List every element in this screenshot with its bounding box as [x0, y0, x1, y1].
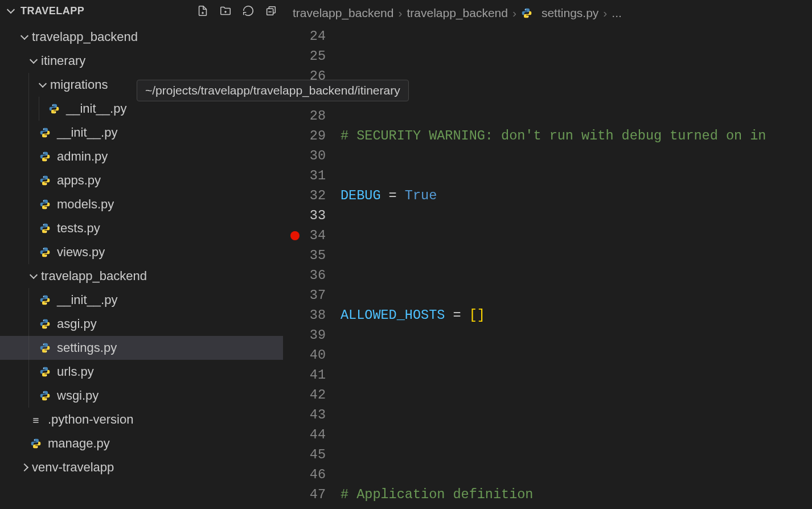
- folder-itinerary[interactable]: itinerary: [0, 49, 283, 73]
- python-file-icon: [521, 7, 532, 19]
- file-label: apps.py: [57, 173, 101, 188]
- svg-point-1: [52, 105, 54, 106]
- file-label: __init__.py: [57, 125, 117, 140]
- file-apps[interactable]: apps.py: [0, 169, 283, 192]
- file-admin[interactable]: admin.py: [0, 145, 283, 169]
- breadcrumb-seg[interactable]: settings.py: [521, 6, 598, 20]
- breadcrumb-seg[interactable]: travelapp_backend: [293, 6, 393, 20]
- chevron-right-icon: [20, 463, 28, 471]
- file-label: models.py: [57, 197, 114, 212]
- svg-point-12: [46, 232, 47, 233]
- python-file-icon: [39, 246, 51, 258]
- project-title: TRAVELAPP: [20, 5, 84, 17]
- text-file-icon: ≡: [30, 413, 42, 426]
- folder-travelapp-backend-root[interactable]: travelapp_backend: [0, 25, 283, 49]
- chevron-down-icon[interactable]: [7, 6, 15, 14]
- svg-point-20: [46, 351, 47, 352]
- svg-point-4: [46, 136, 47, 137]
- file-label: wsgi.py: [57, 388, 99, 403]
- chevron-down-icon: [20, 32, 28, 40]
- file-label: manage.py: [48, 436, 110, 451]
- python-file-icon: [39, 198, 51, 211]
- svg-point-10: [46, 208, 47, 209]
- explorer-header: TRAVELAPP: [0, 0, 283, 22]
- svg-point-24: [46, 399, 47, 400]
- chevron-down-icon: [30, 56, 38, 64]
- editor-pane: travelapp_backend › travelapp_backend › …: [284, 0, 812, 509]
- folder-label: migrations: [50, 77, 108, 92]
- path-tooltip: ~/projects/travelapp/travelapp_backend/i…: [137, 80, 283, 101]
- explorer-sidebar: TRAVELAPP travelapp_backend: [0, 0, 284, 509]
- file-tree: travelapp_backend itinerary ~/projects/t…: [0, 22, 283, 509]
- svg-point-26: [37, 447, 38, 448]
- python-file-icon: [39, 126, 51, 139]
- file-backend-init[interactable]: __init__.py: [0, 288, 283, 312]
- file-settings[interactable]: settings.py: [0, 336, 283, 360]
- python-file-icon: [30, 437, 42, 450]
- python-file-icon: [39, 294, 51, 306]
- file-label: .python-version: [48, 412, 133, 427]
- svg-point-3: [43, 129, 44, 130]
- breadcrumb-seg[interactable]: travelapp_backend: [407, 6, 507, 20]
- breakpoint-icon[interactable]: [290, 231, 300, 240]
- folder-venv[interactable]: venv-travelapp: [0, 455, 283, 479]
- svg-point-16: [46, 303, 47, 305]
- svg-point-22: [46, 375, 47, 376]
- svg-point-18: [46, 327, 47, 329]
- svg-point-6: [46, 160, 47, 161]
- file-models[interactable]: models.py: [0, 192, 283, 216]
- python-file-icon: [39, 150, 51, 163]
- python-file-icon: [39, 318, 51, 330]
- chevron-right-icon: ›: [398, 6, 402, 20]
- breadcrumbs[interactable]: travelapp_backend › travelapp_backend › …: [284, 0, 812, 26]
- file-manage[interactable]: manage.py: [0, 432, 283, 455]
- folder-label: travelapp_backend: [41, 269, 147, 284]
- code-content[interactable]: # SECURITY WARNING: don't run with debug…: [341, 26, 812, 509]
- svg-point-23: [43, 392, 44, 393]
- folder-travelapp-backend-inner[interactable]: travelapp_backend: [0, 264, 283, 288]
- python-file-icon: [39, 174, 51, 187]
- svg-point-28: [528, 17, 529, 18]
- file-label: settings.py: [57, 340, 117, 355]
- file-views[interactable]: views.py: [0, 240, 283, 264]
- new-folder-icon[interactable]: [219, 5, 232, 17]
- svg-point-15: [43, 296, 44, 297]
- chevron-right-icon: ›: [512, 6, 516, 20]
- python-file-icon: [39, 366, 51, 378]
- collapse-all-icon[interactable]: [265, 5, 277, 17]
- refresh-icon[interactable]: [242, 5, 255, 17]
- file-label: asgi.py: [57, 317, 97, 331]
- file-itinerary-init[interactable]: __init__.py: [0, 121, 283, 145]
- svg-point-27: [525, 9, 526, 10]
- file-python-version[interactable]: ≡ .python-version: [0, 408, 283, 432]
- file-label: tests.py: [57, 221, 100, 236]
- python-file-icon: [48, 102, 60, 115]
- chevron-down-icon: [30, 271, 38, 279]
- file-label: urls.py: [57, 364, 94, 379]
- new-file-icon[interactable]: [196, 5, 209, 17]
- svg-point-11: [43, 224, 44, 225]
- svg-point-8: [46, 184, 47, 185]
- file-tests[interactable]: tests.py: [0, 216, 283, 240]
- svg-point-7: [43, 176, 44, 178]
- folder-label: venv-travelapp: [32, 460, 114, 475]
- folder-label: itinerary: [41, 54, 85, 68]
- file-wsgi[interactable]: wsgi.py: [0, 384, 283, 408]
- svg-point-17: [43, 320, 44, 321]
- file-urls[interactable]: urls.py: [0, 360, 283, 384]
- python-file-icon: [39, 342, 51, 354]
- file-label: __init__.py: [57, 293, 117, 307]
- svg-point-21: [43, 368, 44, 369]
- chevron-right-icon: ›: [603, 6, 607, 20]
- svg-point-13: [43, 248, 44, 249]
- file-asgi[interactable]: asgi.py: [0, 312, 283, 336]
- file-label: __init__.py: [66, 101, 126, 116]
- svg-point-5: [43, 153, 44, 154]
- python-file-icon: [39, 389, 51, 402]
- svg-point-19: [43, 344, 44, 345]
- svg-point-9: [43, 200, 44, 202]
- folder-label: travelapp_backend: [32, 30, 138, 44]
- file-label: admin.py: [57, 149, 108, 164]
- svg-point-14: [46, 256, 47, 257]
- breadcrumb-overflow[interactable]: ...: [612, 6, 622, 20]
